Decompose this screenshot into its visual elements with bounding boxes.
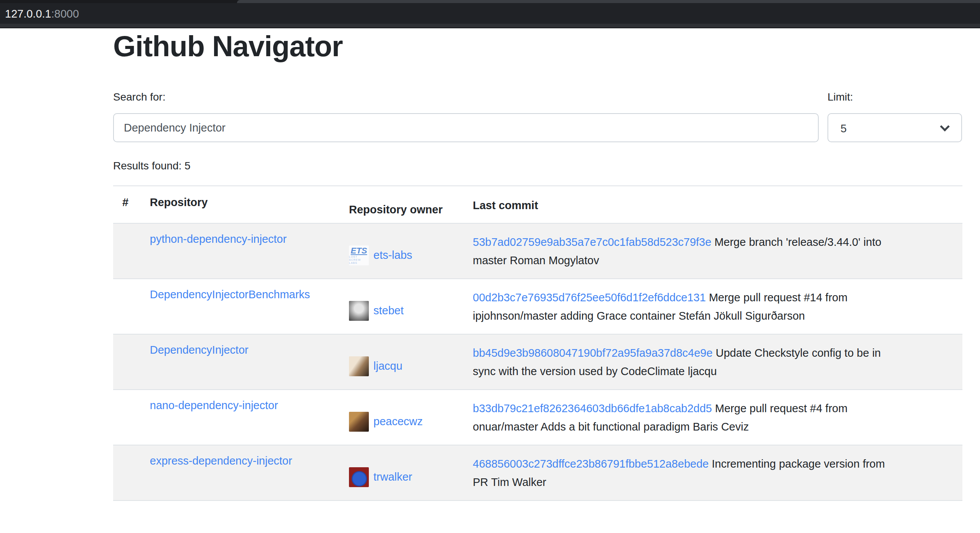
table-row: DependencyInjectorBenchmarks stebet 00d2… xyxy=(113,279,962,335)
commit-text-line1: Merge pull request #4 from xyxy=(715,402,848,414)
commit-text-line1: Merge branch 'release/3.44.0' into xyxy=(714,236,881,248)
commit-message: bb45d9e3b98608047190bf72a95fa9a37d8c4e9e… xyxy=(464,335,962,389)
repo-link[interactable]: python-dependency-injector xyxy=(150,233,287,245)
commit-message: 00d2b3c7e76935d76f25ee50f6d1f2ef6ddce131… xyxy=(464,279,962,334)
ets-logo-text: ETS xyxy=(351,246,367,255)
row-index xyxy=(113,390,141,445)
results-table: # Repository Repository owner Last commi… xyxy=(113,185,962,501)
commit-hash-link[interactable]: b33db79c21ef8262364603db66dfe1ab8cab2dd5 xyxy=(473,402,712,414)
column-header-owner: Repository owner xyxy=(340,186,464,223)
commit-text-line1: Merge pull request #14 from xyxy=(709,291,848,304)
commit-text-line2: sync with the version used by CodeClimat… xyxy=(473,365,717,377)
limit-selected-value: 5 xyxy=(840,121,847,136)
repo-link[interactable]: DependencyInjectorBenchmarks xyxy=(150,288,310,301)
browser-tab-strip-inactive xyxy=(237,0,980,3)
table-row: express-dependency-injector trwalker 468… xyxy=(113,445,962,501)
owner-avatar xyxy=(349,412,369,432)
commit-hash-link[interactable]: bb45d9e3b98608047190bf72a95fa9a37d8c4e9e xyxy=(473,347,712,359)
owner-link[interactable]: peacecwz xyxy=(373,415,423,428)
row-index xyxy=(113,335,141,389)
chevron-down-icon xyxy=(940,122,949,131)
owner-link[interactable]: ljacqu xyxy=(373,360,402,372)
limit-label: Limit: xyxy=(827,89,853,105)
browser-bar-divider xyxy=(0,24,980,28)
commit-hash-link[interactable]: 00d2b3c7e76935d76f25ee50f6d1f2ef6ddce131 xyxy=(473,291,706,304)
commit-hash-link[interactable]: 468856003c273dffce23b86791fbbe512a8ebede xyxy=(473,458,709,470)
ets-logo-subtext: LOST SCREW LABS xyxy=(349,255,369,265)
commit-text-line1: Update Checkstyle config to be in xyxy=(716,347,881,359)
url-host: 127.0.0.1 xyxy=(5,8,51,20)
repo-link[interactable]: DependencyInjector xyxy=(150,344,248,356)
owner-link[interactable]: ets-labs xyxy=(373,249,412,262)
commit-message: b33db79c21ef8262364603db66dfe1ab8cab2dd5… xyxy=(464,390,962,445)
url-port: :8000 xyxy=(51,8,79,20)
table-header-row: # Repository Repository owner Last commi… xyxy=(113,185,962,224)
address-bar-url[interactable]: 127.0.0.1:8000 xyxy=(5,6,79,21)
search-label: Search for: xyxy=(113,89,165,105)
commit-text-line2: master Roman Mogylatov xyxy=(473,254,599,266)
owner-avatar xyxy=(349,467,369,487)
limit-select[interactable]: 5 xyxy=(827,113,962,142)
commit-text-line1: Incrementing package version from xyxy=(712,458,885,470)
row-index xyxy=(113,279,141,334)
commit-text-line2: onuar/master Adds a bit functional parad… xyxy=(473,421,749,433)
owner-avatar: ETS LOST SCREW LABS xyxy=(349,245,369,265)
search-input[interactable] xyxy=(113,113,819,142)
table-row: nano-dependency-injector peacecwz b33db7… xyxy=(113,390,962,445)
browser-url-bar: 127.0.0.1:8000 xyxy=(0,0,980,28)
commit-text-line2: PR Tim Walker xyxy=(473,476,546,488)
owner-avatar xyxy=(349,301,369,321)
row-index xyxy=(113,224,141,278)
results-count: Results found: 5 xyxy=(113,158,190,174)
owner-link[interactable]: trwalker xyxy=(373,471,412,483)
page-title: Github Navigator xyxy=(113,29,342,63)
commit-message: 53b7ad02759e9ab35a7e7c0c1fab58d523c79f3e… xyxy=(464,224,962,278)
owner-avatar xyxy=(349,356,369,376)
column-header-index: # xyxy=(113,186,141,223)
column-header-last-commit: Last commit xyxy=(464,186,962,223)
column-header-repository: Repository xyxy=(141,186,340,223)
repo-link[interactable]: express-dependency-injector xyxy=(150,455,292,467)
commit-message: 468856003c273dffce23b86791fbbe512a8ebede… xyxy=(464,445,962,500)
commit-hash-link[interactable]: 53b7ad02759e9ab35a7e7c0c1fab58d523c79f3e xyxy=(473,236,711,248)
row-index xyxy=(113,445,141,500)
table-row: DependencyInjector ljacqu bb45d9e3b98608… xyxy=(113,335,962,390)
table-row: python-dependency-injector ETS LOST SCRE… xyxy=(113,224,962,279)
commit-text-line2: ipjohnson/master adding Grace container … xyxy=(473,310,805,322)
repo-link[interactable]: nano-dependency-injector xyxy=(150,399,278,411)
owner-link[interactable]: stebet xyxy=(373,304,404,317)
